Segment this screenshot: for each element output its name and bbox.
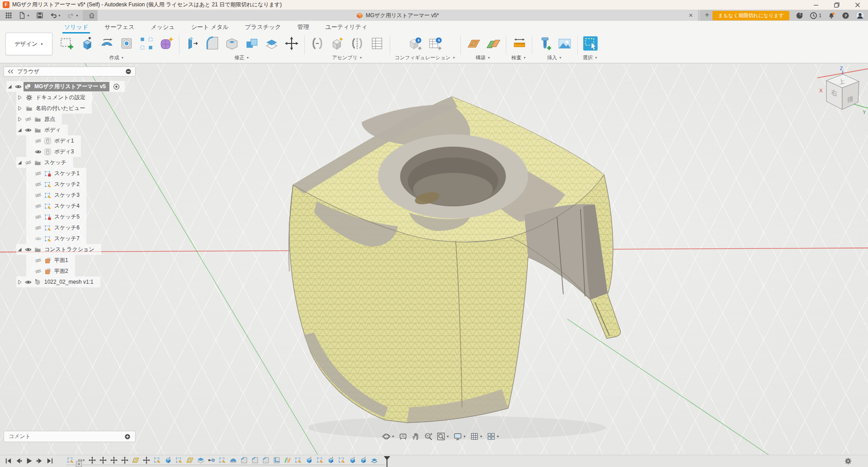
timeline-feature-move[interactable] bbox=[89, 457, 96, 464]
visibility-eye-on-icon[interactable] bbox=[35, 148, 42, 155]
skip-end-button[interactable] bbox=[46, 457, 53, 464]
tool-fillet-button[interactable] bbox=[204, 34, 220, 52]
skip-start-button[interactable] bbox=[5, 457, 12, 464]
timeline-feature-chamfer[interactable] bbox=[241, 457, 248, 464]
view-cube[interactable]: 上 右 後 Z X Y bbox=[817, 64, 868, 116]
visibility-eye-off-icon[interactable] bbox=[35, 268, 42, 275]
timeline-feature-extrude[interactable] bbox=[349, 457, 356, 464]
tree-row-ボディ[interactable]: ボディ bbox=[16, 124, 68, 135]
file-new-button[interactable]: ▼ bbox=[16, 10, 32, 20]
visibility-eye-on-icon[interactable] bbox=[25, 246, 32, 253]
timeline-feature-mirror[interactable] bbox=[284, 457, 291, 464]
timeline-feature-offset[interactable] bbox=[197, 457, 204, 464]
ribbon-tab-メッシュ[interactable]: メッシュ bbox=[150, 22, 175, 33]
tool-construction-plane-button[interactable] bbox=[465, 34, 481, 52]
timeline-feature-sketch[interactable] bbox=[338, 457, 345, 464]
timeline-feature-sketch[interactable] bbox=[67, 457, 74, 464]
close-window-button[interactable] bbox=[847, 0, 868, 10]
timeline-feature-sketch[interactable] bbox=[219, 457, 226, 464]
orbit-button[interactable]: ▼ bbox=[382, 432, 395, 441]
visibility-eye-off-icon[interactable] bbox=[35, 192, 42, 199]
timeline-feature-plane[interactable] bbox=[132, 457, 139, 464]
timeline-feature-move[interactable] bbox=[99, 457, 107, 464]
collapse-panel-icon[interactable] bbox=[8, 69, 14, 74]
ribbon-group-label[interactable]: 選択▼ bbox=[583, 54, 598, 61]
ribbon-group-label[interactable]: 挿入▼ bbox=[547, 54, 562, 61]
avatar-button[interactable] bbox=[856, 11, 864, 20]
visibility-eye-dim-icon[interactable] bbox=[35, 235, 42, 242]
tool-hole-button[interactable] bbox=[118, 34, 135, 52]
visibility-eye-off-icon[interactable] bbox=[35, 224, 42, 231]
extensions-button[interactable] bbox=[796, 12, 803, 19]
timeline-feature-move[interactable] bbox=[110, 457, 118, 464]
minimize-button[interactable] bbox=[806, 0, 826, 10]
tool-move-button[interactable] bbox=[283, 34, 300, 52]
tool-insert-fastener-button[interactable] bbox=[537, 34, 553, 52]
timeline-feature-extrude[interactable] bbox=[327, 457, 335, 464]
tool-new-component-button[interactable] bbox=[329, 34, 345, 52]
tree-row-スケッチ7[interactable]: スケッチ7 bbox=[26, 233, 86, 244]
timeline-position-marker[interactable] bbox=[382, 456, 392, 467]
expander-collapsed-icon[interactable] bbox=[16, 116, 23, 123]
tree-row-ドキュメントの設定[interactable]: ドキュメントの設定 bbox=[16, 92, 92, 103]
comment-bar[interactable]: コメント bbox=[4, 431, 136, 442]
visibility-eye-off-icon[interactable] bbox=[35, 203, 42, 210]
tree-row-平面1[interactable]: 平面1 bbox=[26, 255, 75, 266]
visibility-eye-on-icon[interactable] bbox=[25, 279, 32, 286]
viewport-canvas[interactable]: ブラウザ MGザク用リストアーマー v5ドキュメントの設定名前の付いたビュー原点… bbox=[0, 63, 868, 455]
tree-row-スケッチ2[interactable]: スケッチ2 bbox=[26, 179, 86, 190]
save-button[interactable] bbox=[34, 10, 46, 20]
ribbon-tab-ソリッド[interactable]: ソリッド bbox=[63, 22, 89, 33]
document-tab[interactable]: MGザク用リストアーマー v5* ✕ bbox=[97, 10, 698, 21]
visibility-eye-off-icon[interactable] bbox=[35, 138, 42, 144]
fit-button[interactable]: ▼ bbox=[437, 432, 449, 441]
tree-row-平面2[interactable]: 平面2 bbox=[26, 266, 75, 276]
add-comment-icon[interactable] bbox=[124, 434, 131, 440]
pan-button[interactable] bbox=[411, 432, 420, 441]
timeline-feature-plane[interactable] bbox=[186, 457, 193, 464]
tool-offset-plane-button[interactable] bbox=[485, 34, 501, 52]
redo-button[interactable]: ▼ bbox=[65, 10, 81, 20]
visibility-eye-off-icon[interactable] bbox=[25, 159, 32, 166]
visibility-eye-off-icon[interactable] bbox=[35, 181, 42, 188]
tree-row-原点[interactable]: 原点 bbox=[16, 114, 62, 124]
notifications-button[interactable] bbox=[828, 12, 835, 19]
tool-joint-button[interactable] bbox=[309, 34, 326, 52]
canvas-model[interactable] bbox=[289, 97, 621, 423]
app-grid-button[interactable] bbox=[3, 10, 14, 20]
tree-row-名前の付いたビュー[interactable]: 名前の付いたビュー bbox=[16, 103, 92, 114]
undo-button[interactable]: ▼ bbox=[47, 10, 63, 20]
tool-configuration-table-button[interactable] bbox=[427, 34, 443, 52]
ribbon-group-label[interactable]: 検査▼ bbox=[511, 54, 526, 61]
tree-row-MGザク用リストアーマー v5[interactable]: MGザク用リストアーマー v5 bbox=[6, 81, 125, 92]
visibility-eye-off-icon[interactable] bbox=[35, 170, 42, 177]
workspace-selector[interactable]: デザイン ▼ bbox=[5, 33, 52, 55]
expander-collapsed-icon[interactable] bbox=[16, 279, 23, 286]
tool-configuration-button[interactable] bbox=[407, 34, 423, 52]
tool-extrude-button[interactable] bbox=[79, 34, 95, 52]
visibility-eye-on-icon[interactable] bbox=[25, 127, 32, 133]
ribbon-tab-ユーティリティ[interactable]: ユーティリティ bbox=[325, 22, 368, 33]
timeline-feature-sketch[interactable] bbox=[316, 457, 324, 464]
tool-measure-button[interactable] bbox=[511, 34, 527, 52]
tree-row-ボディ3[interactable]: ボディ3 bbox=[26, 146, 81, 157]
expander-expanded-icon[interactable] bbox=[16, 159, 23, 166]
timeline-feature-shell[interactable] bbox=[273, 457, 280, 464]
tool-insert-canvas-button[interactable] bbox=[557, 34, 573, 52]
tree-row-スケッチ5[interactable]: スケッチ5 bbox=[26, 211, 86, 222]
expander-expanded-icon[interactable] bbox=[16, 246, 23, 253]
timeline-feature-align[interactable] bbox=[208, 457, 215, 464]
timeline-feature-chamfer[interactable] bbox=[262, 457, 269, 464]
browser-panel-header[interactable]: ブラウザ bbox=[4, 67, 136, 76]
ribbon-tab-シート メタル[interactable]: シート メタル bbox=[190, 22, 230, 33]
tool-as-built-joint-button[interactable] bbox=[349, 34, 365, 52]
tool-create-form-button[interactable] bbox=[158, 34, 175, 52]
ribbon-group-label[interactable]: 構築▼ bbox=[476, 54, 491, 61]
remove-panel-icon[interactable] bbox=[125, 68, 132, 75]
timeline-group-expand-button[interactable]: + bbox=[76, 461, 82, 467]
tool-revolve-button[interactable] bbox=[99, 34, 115, 52]
ribbon-group-label[interactable]: 作成▼ bbox=[109, 54, 124, 61]
visibility-eye-off-icon[interactable] bbox=[35, 257, 42, 264]
tool-create-sketch-button[interactable] bbox=[59, 34, 75, 52]
help-button[interactable]: ? bbox=[842, 12, 849, 19]
